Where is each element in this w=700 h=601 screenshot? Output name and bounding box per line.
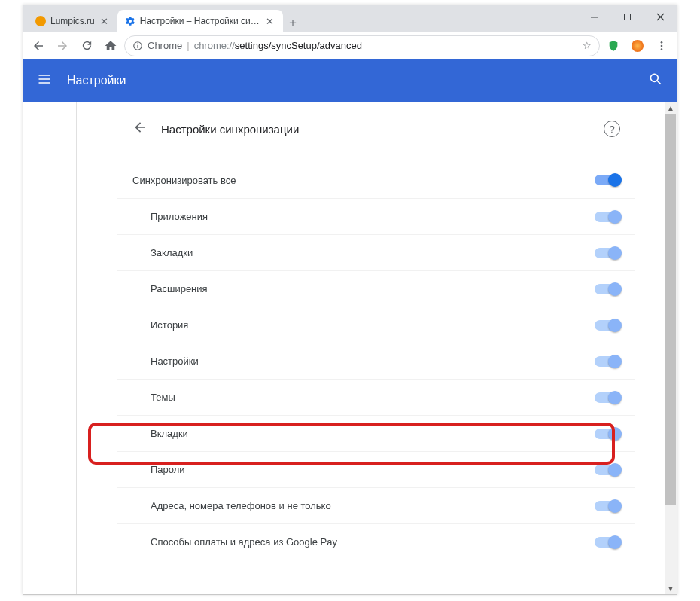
svg-point-7 [661,41,663,44]
content-area: Настройки синхронизации ? Синхронизирова… [23,102,677,594]
sync-all-row: Синхронизировать все [117,162,635,198]
sync-row: Закладки [117,234,635,270]
sync-row-toggle[interactable] [595,501,620,511]
scrollbar-thumb[interactable] [665,114,676,505]
favicon-settings [125,16,135,26]
svg-point-9 [661,48,663,50]
sync-row-label: История [151,319,595,331]
bookmark-star-icon[interactable]: ☆ [583,40,592,51]
sync-row-label: Темы [151,392,595,403]
svg-rect-5 [137,44,138,47]
help-icon[interactable]: ? [604,121,620,137]
sync-row-label: Пароли [151,464,595,475]
secure-chip-label: Chrome [148,40,182,51]
scrollbar[interactable]: ▲ ▼ [665,102,677,594]
sync-all-label: Синхронизировать все [132,175,595,186]
hamburger-menu-icon[interactable] [37,72,52,90]
new-tab-button[interactable]: ＋ [283,13,303,32]
sync-row-label: Способы оплаты и адреса из Google Pay [151,536,595,548]
sync-row-label: Настройки [151,355,595,367]
info-icon [132,41,143,51]
window-frame: Lumpics.ru ✕ Настройки – Настройки синхр… [23,5,677,595]
back-arrow-icon[interactable] [132,120,148,138]
sync-row-toggle[interactable] [595,392,620,403]
back-button[interactable] [28,35,49,56]
sync-row: Расширения [117,270,635,307]
sync-row: Способы оплаты и адреса из Google Pay [117,523,635,560]
settings-header: Настройки [23,59,677,102]
sync-row-toggle[interactable] [595,537,620,548]
sync-row-toggle[interactable] [595,248,620,258]
sync-row-toggle[interactable] [595,320,620,331]
close-tab-icon[interactable]: ✕ [265,16,275,26]
address-bar[interactable]: Chrome | chrome://settings/syncSetup/adv… [124,35,600,56]
sync-row: Пароли [117,451,635,487]
svg-rect-1 [624,14,630,20]
sync-row: История [117,307,635,343]
svg-point-10 [650,74,658,81]
close-window-button[interactable] [644,5,677,28]
tab-title: Lumpics.ru [50,16,95,26]
scroll-up-arrow[interactable]: ▲ [665,102,677,114]
sync-row-label: Адреса, номера телефонов и не только [151,500,595,511]
sync-all-toggle[interactable] [595,175,620,185]
titlebar: Lumpics.ru ✕ Настройки – Настройки синхр… [23,5,677,32]
sync-row-toggle[interactable] [595,356,620,367]
reload-button[interactable] [76,35,97,56]
close-tab-icon[interactable]: ✕ [99,16,110,26]
tab-lumpics[interactable]: Lumpics.ru ✕ [28,10,117,32]
browser-toolbar: Chrome | chrome://settings/syncSetup/adv… [23,32,677,59]
section-heading: Настройки синхронизации [161,123,590,136]
scroll-down-arrow[interactable]: ▼ [665,582,677,594]
svg-rect-6 [137,43,138,44]
tabs-strip: Lumpics.ru ✕ Настройки – Настройки синхр… [23,5,577,32]
extension-shield-icon[interactable] [603,35,624,56]
sync-row-toggle[interactable] [595,212,620,222]
sync-row: Темы [117,379,635,415]
minimize-button[interactable] [577,5,610,28]
url-text: chrome://settings/syncSetup/advanced [194,40,362,51]
sync-row-label: Вкладки [151,428,595,439]
home-button[interactable] [100,35,121,56]
sync-row-label: Расширения [151,283,595,294]
window-controls [577,5,677,32]
sync-row-toggle[interactable] [595,429,620,439]
sync-row: Вкладки [117,415,635,451]
settings-title: Настройки [67,74,126,87]
sync-row-label: Приложения [151,211,595,222]
sync-row: Приложения [117,198,635,234]
favicon-lumpics [35,16,46,26]
sidebar-divider [76,102,77,594]
kebab-menu-icon[interactable] [651,35,672,56]
sync-row: Настройки [117,343,635,379]
sync-row-label: Закладки [151,247,595,258]
extension-orange-icon[interactable] [627,35,648,56]
svg-line-11 [658,81,661,84]
sync-row-toggle[interactable] [595,284,620,294]
tab-settings[interactable]: Настройки – Настройки синхро ✕ [117,10,283,32]
sync-row: Адреса, номера телефонов и не только [117,487,635,523]
search-icon[interactable] [648,72,663,90]
maximize-button[interactable] [610,5,644,28]
sync-row-toggle[interactable] [595,465,620,475]
section-header: Настройки синхронизации ? [117,108,635,150]
forward-button[interactable] [52,35,73,56]
settings-card: Настройки синхронизации ? Синхронизирова… [117,102,635,594]
svg-point-8 [661,44,663,47]
tab-title: Настройки – Настройки синхро [140,16,260,26]
